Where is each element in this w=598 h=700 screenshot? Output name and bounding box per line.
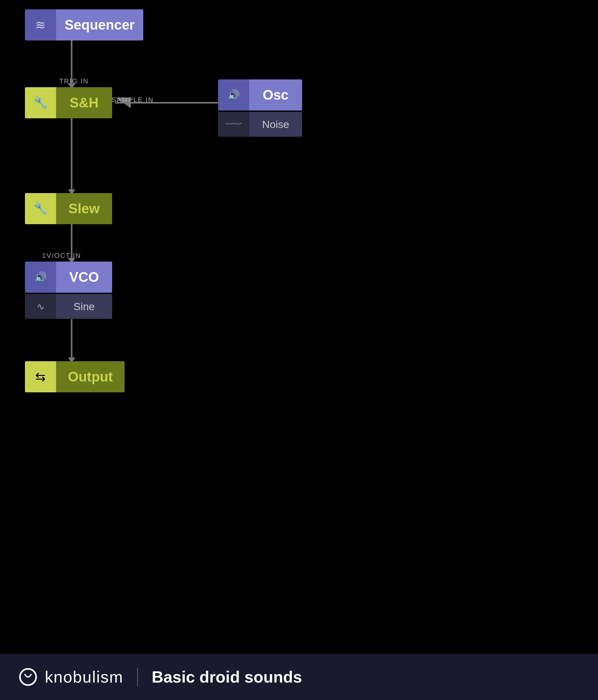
slew-icon: 🔧 bbox=[25, 193, 56, 224]
footer-divider bbox=[137, 668, 138, 686]
noise-module[interactable]: 〰〰 Noise bbox=[218, 112, 302, 137]
output-module[interactable]: ⇆ Output bbox=[25, 361, 125, 392]
osc-icon: 🔊 bbox=[218, 79, 249, 110]
noise-label: Noise bbox=[249, 112, 302, 137]
slew-module[interactable]: 🔧 Slew bbox=[25, 193, 112, 224]
footer-bar: knobulism Basic droid sounds bbox=[0, 654, 598, 700]
osc-group: 🔊 Osc 〰〰 Noise bbox=[218, 79, 302, 137]
noise-icon: 〰〰 bbox=[218, 112, 249, 137]
sequencer-module[interactable]: ≋ Sequencer bbox=[25, 9, 143, 41]
sh-label: S&H bbox=[56, 87, 112, 118]
output-icon: ⇆ bbox=[25, 361, 56, 392]
sh-icon: 🔧 bbox=[25, 87, 56, 118]
slew-label: Slew bbox=[56, 193, 112, 224]
main-area: ≋ Sequencer TRIG IN 🔧 S&H SAMPLE IN 🔊 Os… bbox=[0, 0, 598, 654]
sample-in-label: SAMPLE IN bbox=[111, 96, 153, 104]
output-label: Output bbox=[56, 361, 125, 392]
footer-title-text: Basic droid sounds bbox=[152, 668, 302, 686]
sine-module[interactable]: ∿ Sine bbox=[25, 294, 112, 319]
vco-module[interactable]: 🔊 VCO bbox=[25, 261, 112, 293]
one-v-oct-label: 1V/OCT IN bbox=[42, 252, 81, 260]
knobulism-logo-icon bbox=[19, 668, 38, 686]
sequencer-icon: ≋ bbox=[25, 9, 56, 41]
sine-label: Sine bbox=[56, 294, 112, 319]
sh-module[interactable]: 🔧 S&H bbox=[25, 87, 112, 118]
sequencer-label: Sequencer bbox=[56, 9, 143, 41]
footer-brand-text: knobulism bbox=[45, 668, 123, 686]
vco-icon: 🔊 bbox=[25, 261, 56, 293]
sine-icon: ∿ bbox=[25, 294, 56, 319]
trig-in-label: TRIG IN bbox=[59, 77, 89, 85]
vco-label: VCO bbox=[56, 261, 112, 293]
osc-module[interactable]: 🔊 Osc bbox=[218, 79, 302, 110]
osc-label: Osc bbox=[249, 79, 302, 110]
vco-group: 🔊 VCO ∿ Sine bbox=[25, 261, 112, 319]
